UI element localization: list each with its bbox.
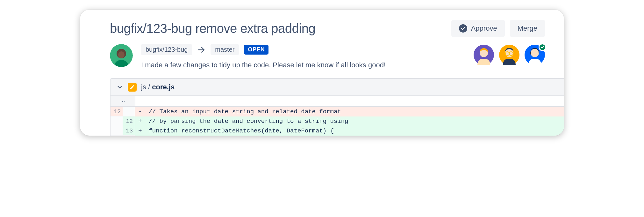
file-folder: js: [141, 83, 146, 91]
pr-header: bugfix/123-bug remove extra padding Appr…: [80, 17, 564, 38]
status-badge: OPEN: [244, 45, 268, 55]
pr-actions: Approve Merge: [451, 20, 545, 37]
diff-op: +: [135, 127, 145, 134]
line-gutter: ··· 121213: [111, 96, 135, 136]
pr-subheader: bugfix/123-bug master OPEN I made a few …: [80, 38, 564, 78]
code-text: function reconstructDateMatches(date, Da…: [145, 127, 334, 134]
gutter-row: 13: [111, 126, 135, 136]
svg-point-2: [118, 51, 125, 58]
code-spacer: [135, 96, 564, 107]
old-line-number: 12: [111, 107, 123, 116]
code-text: // by parsing the date and converting to…: [145, 118, 348, 125]
code-line: + function reconstructDateMatches(date, …: [135, 126, 564, 136]
new-line-number: 12: [123, 116, 135, 126]
code-column: - // Takes an input date string and rela…: [135, 96, 564, 136]
branch-row: bugfix/123-bug master OPEN: [141, 44, 465, 55]
old-line-number: [111, 116, 123, 126]
diff-file-header: js / core.js: [111, 79, 564, 96]
code-line: + // by parsing the date and converting …: [135, 116, 564, 126]
approve-label: Approve: [471, 24, 497, 33]
reviewers: [474, 45, 545, 65]
diff-body: ··· 121213 - // Takes an input date stri…: [111, 96, 564, 136]
diff-op: +: [135, 118, 145, 125]
target-branch-pill[interactable]: master: [211, 44, 239, 55]
diff-block: js / core.js ··· 121213 - // Takes an in…: [110, 78, 564, 136]
pr-meta: bugfix/123-bug master OPEN I made a few …: [141, 44, 465, 69]
file-path: js / core.js: [141, 83, 175, 91]
old-line-number: [111, 126, 123, 135]
gutter-expand[interactable]: ···: [111, 96, 135, 107]
pr-title: bugfix/123-bug remove extra padding: [110, 21, 315, 36]
chevron-down-icon[interactable]: [116, 84, 123, 91]
gutter-row: 12: [111, 107, 135, 116]
diff-op: -: [135, 108, 145, 115]
check-circle-icon: [459, 24, 467, 33]
source-branch-pill[interactable]: bugfix/123-bug: [141, 44, 192, 55]
approve-button[interactable]: Approve: [451, 20, 505, 37]
arrow-right-icon: [197, 46, 205, 54]
code-text: // Takes an input date string and relate…: [145, 108, 341, 115]
author-avatar[interactable]: [110, 44, 133, 67]
svg-point-12: [531, 49, 539, 57]
gutter-row: 12: [111, 116, 135, 126]
edit-icon: [128, 83, 137, 92]
pr-description: I made a few changes to tidy up the code…: [141, 61, 465, 69]
file-name: core.js: [152, 83, 175, 91]
reviewer-avatar[interactable]: [525, 45, 545, 65]
new-line-number: [123, 107, 135, 116]
new-line-number: 13: [123, 126, 135, 135]
reviewer-avatar[interactable]: [474, 45, 494, 65]
reviewer-avatar[interactable]: [499, 45, 519, 65]
merge-label: Merge: [518, 24, 537, 33]
pull-request-card: bugfix/123-bug remove extra padding Appr…: [80, 10, 564, 136]
code-line: - // Takes an input date string and rela…: [135, 107, 564, 116]
approved-check-icon: [539, 43, 546, 51]
merge-button[interactable]: Merge: [510, 20, 545, 37]
